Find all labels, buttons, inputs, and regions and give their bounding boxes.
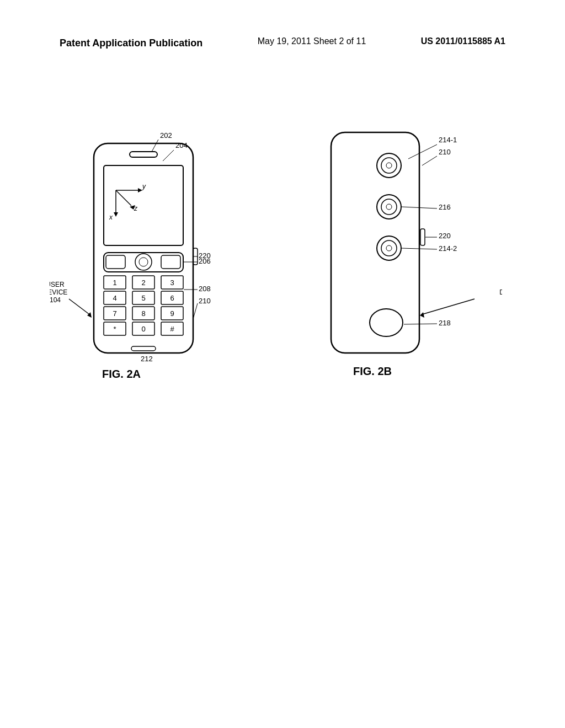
svg-line-89: [422, 299, 475, 314]
svg-rect-72: [420, 229, 425, 245]
svg-text:DEVICE: DEVICE: [50, 288, 67, 296]
fig2a-diagram: y x z 1 2 3 4 5 6 7 8 9 * 0 # 202: [50, 121, 259, 496]
svg-text:y: y: [142, 183, 146, 190]
svg-text:2: 2: [141, 279, 145, 287]
svg-text:FIG. 2B: FIG. 2B: [353, 365, 392, 377]
svg-rect-0: [94, 143, 193, 353]
svg-text:DEVICE: DEVICE: [499, 288, 502, 296]
header-center: May 19, 2011 Sheet 2 of 11: [258, 36, 366, 46]
svg-text:6: 6: [170, 294, 174, 302]
svg-text:#: #: [170, 325, 174, 333]
svg-text:z: z: [134, 205, 138, 212]
header-left: Patent Application Publication: [60, 36, 202, 50]
svg-text:214-2: 214-2: [439, 244, 457, 253]
page-header: Patent Application Publication May 19, 2…: [0, 36, 565, 50]
svg-text:0: 0: [141, 325, 145, 333]
svg-text:210: 210: [199, 297, 211, 305]
svg-text:*: *: [113, 325, 116, 333]
svg-line-59: [69, 299, 89, 314]
svg-text:4: 4: [113, 294, 116, 302]
svg-text:7: 7: [113, 309, 116, 318]
svg-text:104: 104: [50, 296, 61, 304]
svg-text:214-1: 214-1: [439, 136, 457, 144]
fig2b-diagram: 214-1 210 216 214-2 220 218 USER DEVICE …: [281, 121, 502, 496]
svg-text:3: 3: [170, 279, 174, 287]
header-right: US 2011/0115885 A1: [421, 36, 505, 46]
svg-text:9: 9: [170, 309, 174, 318]
svg-text:208: 208: [199, 285, 211, 293]
svg-text:202: 202: [160, 131, 172, 140]
svg-line-77: [422, 156, 437, 165]
svg-text:212: 212: [141, 355, 153, 363]
svg-text:5: 5: [141, 294, 145, 302]
svg-text:218: 218: [439, 319, 451, 327]
svg-text:210: 210: [439, 148, 451, 156]
svg-text:220: 220: [199, 251, 211, 260]
svg-text:FIG. 2A: FIG. 2A: [102, 368, 141, 380]
svg-marker-90: [420, 312, 424, 318]
svg-text:8: 8: [141, 309, 145, 318]
svg-text:USER: USER: [50, 281, 65, 288]
svg-text:x: x: [109, 213, 113, 221]
svg-rect-62: [331, 132, 419, 353]
svg-text:216: 216: [439, 203, 451, 211]
svg-text:204: 204: [175, 141, 188, 149]
svg-text:1: 1: [113, 279, 116, 287]
svg-text:220: 220: [439, 232, 451, 240]
